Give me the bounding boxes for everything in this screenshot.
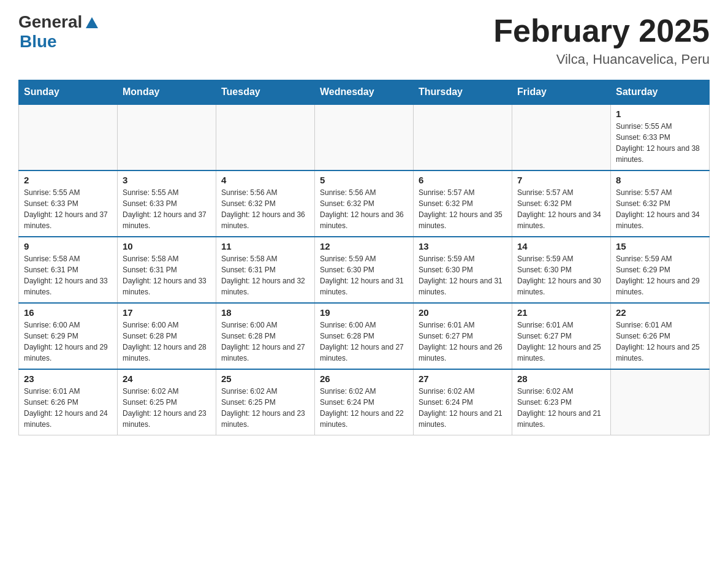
calendar-week-row: 1Sunrise: 5:55 AMSunset: 6:33 PMDaylight… — [19, 104, 710, 170]
day-info: Sunrise: 6:00 AMSunset: 6:28 PMDaylight:… — [123, 320, 211, 364]
calendar-cell: 24Sunrise: 6:02 AMSunset: 6:25 PMDayligh… — [118, 369, 216, 435]
day-of-week-header: Tuesday — [216, 80, 315, 105]
day-number: 5 — [320, 175, 408, 185]
day-info: Sunrise: 5:59 AMSunset: 6:30 PMDaylight:… — [517, 253, 605, 297]
day-number: 24 — [123, 373, 211, 384]
calendar-cell: 26Sunrise: 6:02 AMSunset: 6:24 PMDayligh… — [315, 369, 414, 435]
day-number: 13 — [419, 241, 507, 251]
calendar-cell: 8Sunrise: 5:57 AMSunset: 6:32 PMDaylight… — [611, 170, 710, 237]
calendar-cell: 7Sunrise: 5:57 AMSunset: 6:32 PMDaylight… — [512, 170, 611, 237]
day-info: Sunrise: 6:00 AMSunset: 6:28 PMDaylight:… — [221, 320, 309, 364]
calendar-cell: 11Sunrise: 5:58 AMSunset: 6:31 PMDayligh… — [216, 237, 315, 303]
day-info: Sunrise: 5:55 AMSunset: 6:33 PMDaylight:… — [24, 187, 112, 231]
calendar-cell: 27Sunrise: 6:02 AMSunset: 6:24 PMDayligh… — [414, 369, 512, 435]
calendar-cell: 28Sunrise: 6:02 AMSunset: 6:23 PMDayligh… — [512, 369, 611, 435]
day-info: Sunrise: 5:58 AMSunset: 6:31 PMDaylight:… — [221, 253, 309, 297]
day-number: 9 — [24, 241, 112, 251]
day-info: Sunrise: 6:00 AMSunset: 6:29 PMDaylight:… — [24, 320, 112, 364]
logo-blue-text: Blue — [20, 32, 57, 51]
day-number: 28 — [517, 373, 605, 384]
day-info: Sunrise: 5:58 AMSunset: 6:31 PMDaylight:… — [123, 253, 211, 297]
title-section: February 2025 Vilca, Huancavelica, Peru — [493, 12, 710, 67]
calendar-cell — [315, 104, 414, 170]
calendar-cell — [118, 104, 216, 170]
calendar-cell: 2Sunrise: 5:55 AMSunset: 6:33 PMDaylight… — [19, 170, 118, 237]
day-info: Sunrise: 5:58 AMSunset: 6:31 PMDaylight:… — [24, 253, 112, 297]
day-of-week-header: Thursday — [414, 80, 512, 105]
calendar-cell: 21Sunrise: 6:01 AMSunset: 6:27 PMDayligh… — [512, 303, 611, 369]
logo: General Blue — [18, 12, 100, 52]
calendar-header-row: SundayMondayTuesdayWednesdayThursdayFrid… — [19, 80, 710, 105]
day-info: Sunrise: 5:56 AMSunset: 6:32 PMDaylight:… — [320, 187, 408, 231]
logo-general-text: General — [18, 12, 82, 32]
day-info: Sunrise: 5:59 AMSunset: 6:29 PMDaylight:… — [616, 253, 704, 297]
calendar-cell: 13Sunrise: 5:59 AMSunset: 6:30 PMDayligh… — [414, 237, 512, 303]
page-header: General Blue February 2025 Vilca, Huanca… — [18, 12, 710, 67]
day-info: Sunrise: 6:00 AMSunset: 6:28 PMDaylight:… — [320, 320, 408, 364]
day-info: Sunrise: 5:55 AMSunset: 6:33 PMDaylight:… — [616, 121, 704, 165]
day-info: Sunrise: 5:56 AMSunset: 6:32 PMDaylight:… — [221, 187, 309, 231]
calendar-cell: 6Sunrise: 5:57 AMSunset: 6:32 PMDaylight… — [414, 170, 512, 237]
day-number: 11 — [221, 241, 309, 251]
day-number: 22 — [616, 307, 704, 318]
calendar-cell: 3Sunrise: 5:55 AMSunset: 6:33 PMDaylight… — [118, 170, 216, 237]
day-info: Sunrise: 5:57 AMSunset: 6:32 PMDaylight:… — [616, 187, 704, 231]
day-number: 2 — [24, 175, 112, 185]
calendar-cell: 9Sunrise: 5:58 AMSunset: 6:31 PMDaylight… — [19, 237, 118, 303]
day-info: Sunrise: 5:59 AMSunset: 6:30 PMDaylight:… — [419, 253, 507, 297]
day-info: Sunrise: 6:01 AMSunset: 6:27 PMDaylight:… — [517, 320, 605, 364]
calendar-table: SundayMondayTuesdayWednesdayThursdayFrid… — [18, 80, 710, 435]
calendar-cell — [512, 104, 611, 170]
calendar-week-row: 23Sunrise: 6:01 AMSunset: 6:26 PMDayligh… — [19, 369, 710, 435]
day-number: 7 — [517, 175, 605, 185]
calendar-cell: 23Sunrise: 6:01 AMSunset: 6:26 PMDayligh… — [19, 369, 118, 435]
day-number: 10 — [123, 241, 211, 251]
day-number: 12 — [320, 241, 408, 251]
day-info: Sunrise: 6:01 AMSunset: 6:26 PMDaylight:… — [616, 320, 704, 364]
calendar-cell: 22Sunrise: 6:01 AMSunset: 6:26 PMDayligh… — [611, 303, 710, 369]
day-info: Sunrise: 5:59 AMSunset: 6:30 PMDaylight:… — [320, 253, 408, 297]
day-number: 15 — [616, 241, 704, 251]
day-number: 1 — [616, 109, 704, 119]
day-info: Sunrise: 6:02 AMSunset: 6:25 PMDaylight:… — [221, 386, 309, 430]
day-info: Sunrise: 6:02 AMSunset: 6:24 PMDaylight:… — [419, 386, 507, 430]
day-number: 27 — [419, 373, 507, 384]
day-info: Sunrise: 5:55 AMSunset: 6:33 PMDaylight:… — [123, 187, 211, 231]
calendar-cell — [216, 104, 315, 170]
calendar-cell — [611, 369, 710, 435]
day-number: 18 — [221, 307, 309, 318]
calendar-cell: 5Sunrise: 5:56 AMSunset: 6:32 PMDaylight… — [315, 170, 414, 237]
day-number: 23 — [24, 373, 112, 384]
calendar-week-row: 9Sunrise: 5:58 AMSunset: 6:31 PMDaylight… — [19, 237, 710, 303]
day-info: Sunrise: 5:57 AMSunset: 6:32 PMDaylight:… — [419, 187, 507, 231]
calendar-cell: 25Sunrise: 6:02 AMSunset: 6:25 PMDayligh… — [216, 369, 315, 435]
day-info: Sunrise: 6:01 AMSunset: 6:27 PMDaylight:… — [419, 320, 507, 364]
day-of-week-header: Wednesday — [315, 80, 414, 105]
day-number: 19 — [320, 307, 408, 318]
calendar-cell: 16Sunrise: 6:00 AMSunset: 6:29 PMDayligh… — [19, 303, 118, 369]
day-number: 3 — [123, 175, 211, 185]
calendar-cell: 19Sunrise: 6:00 AMSunset: 6:28 PMDayligh… — [315, 303, 414, 369]
day-number: 25 — [221, 373, 309, 384]
calendar-cell: 17Sunrise: 6:00 AMSunset: 6:28 PMDayligh… — [118, 303, 216, 369]
svg-marker-0 — [86, 17, 98, 28]
logo-triangle-icon — [83, 13, 100, 31]
day-info: Sunrise: 6:02 AMSunset: 6:23 PMDaylight:… — [517, 386, 605, 430]
day-of-week-header: Friday — [512, 80, 611, 105]
day-info: Sunrise: 6:02 AMSunset: 6:25 PMDaylight:… — [123, 386, 211, 430]
location-text: Vilca, Huancavelica, Peru — [493, 52, 710, 67]
calendar-cell — [414, 104, 512, 170]
calendar-week-row: 2Sunrise: 5:55 AMSunset: 6:33 PMDaylight… — [19, 170, 710, 237]
calendar-cell: 1Sunrise: 5:55 AMSunset: 6:33 PMDaylight… — [611, 104, 710, 170]
day-info: Sunrise: 6:01 AMSunset: 6:26 PMDaylight:… — [24, 386, 112, 430]
day-number: 17 — [123, 307, 211, 318]
day-number: 20 — [419, 307, 507, 318]
calendar-cell: 10Sunrise: 5:58 AMSunset: 6:31 PMDayligh… — [118, 237, 216, 303]
day-of-week-header: Saturday — [611, 80, 710, 105]
day-number: 6 — [419, 175, 507, 185]
calendar-cell: 20Sunrise: 6:01 AMSunset: 6:27 PMDayligh… — [414, 303, 512, 369]
day-number: 4 — [221, 175, 309, 185]
calendar-cell: 14Sunrise: 5:59 AMSunset: 6:30 PMDayligh… — [512, 237, 611, 303]
calendar-cell: 4Sunrise: 5:56 AMSunset: 6:32 PMDaylight… — [216, 170, 315, 237]
calendar-cell: 18Sunrise: 6:00 AMSunset: 6:28 PMDayligh… — [216, 303, 315, 369]
